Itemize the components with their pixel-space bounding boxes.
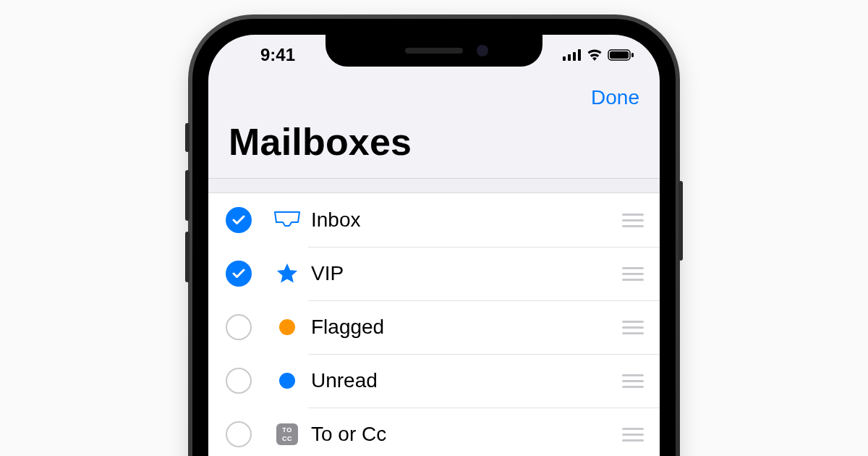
list-item-label: VIP <box>311 262 621 285</box>
page-title: Mailboxes <box>229 120 639 164</box>
checkbox-to-or-cc[interactable] <box>226 421 252 447</box>
drag-handle-icon[interactable] <box>621 267 645 281</box>
list-item-inbox[interactable]: Inbox <box>208 193 660 247</box>
svg-rect-5 <box>610 51 629 59</box>
flag-dot-icon <box>268 319 307 335</box>
navigation-bar: Done <box>208 75 660 120</box>
side-button <box>678 181 683 261</box>
inbox-icon <box>268 209 307 231</box>
list-item-label: Flagged <box>311 316 621 339</box>
drag-handle-icon[interactable] <box>621 374 645 388</box>
iphone-device-frame: 9:41 Done Mailboxes <box>188 14 680 456</box>
drag-handle-icon[interactable] <box>621 214 645 227</box>
cellular-signal-icon <box>563 45 582 65</box>
status-time: 9:41 <box>234 45 321 65</box>
speaker-grille <box>405 48 463 54</box>
star-icon <box>268 262 307 285</box>
mute-switch <box>185 123 190 152</box>
drag-handle-icon[interactable] <box>621 428 645 442</box>
svg-rect-1 <box>568 54 571 61</box>
svg-rect-2 <box>573 52 576 61</box>
list-item-to-or-cc[interactable]: TOCC To or Cc <box>208 408 660 456</box>
svg-rect-3 <box>578 49 581 61</box>
title-bar: Mailboxes <box>208 120 660 175</box>
list-item-label: Inbox <box>311 208 621 232</box>
drag-handle-icon[interactable] <box>621 321 645 334</box>
mailbox-list[interactable]: Inbox VIP <box>208 178 660 456</box>
to-cc-icon: TOCC <box>268 423 307 445</box>
unread-dot-icon <box>268 373 307 389</box>
svg-rect-6 <box>631 53 634 57</box>
checkbox-flagged[interactable] <box>226 314 252 340</box>
list-item-unread[interactable]: Unread <box>208 354 660 408</box>
list-header-spacer <box>208 179 660 193</box>
notch <box>326 35 542 67</box>
volume-down-button <box>185 232 190 282</box>
volume-up-button <box>185 170 190 221</box>
front-camera <box>477 45 488 56</box>
svg-rect-0 <box>563 56 566 61</box>
checkbox-inbox[interactable] <box>226 207 252 233</box>
battery-icon <box>608 45 634 65</box>
wifi-icon <box>586 45 603 65</box>
list-item-label: Unread <box>311 369 621 392</box>
screen: 9:41 Done Mailboxes <box>208 35 660 456</box>
list-item-vip[interactable]: VIP <box>208 247 660 300</box>
list-item-label: To or Cc <box>311 423 621 446</box>
checkbox-unread[interactable] <box>226 368 252 394</box>
list-item-flagged[interactable]: Flagged <box>208 300 660 354</box>
done-button[interactable]: Done <box>591 86 639 109</box>
checkbox-vip[interactable] <box>226 261 252 287</box>
